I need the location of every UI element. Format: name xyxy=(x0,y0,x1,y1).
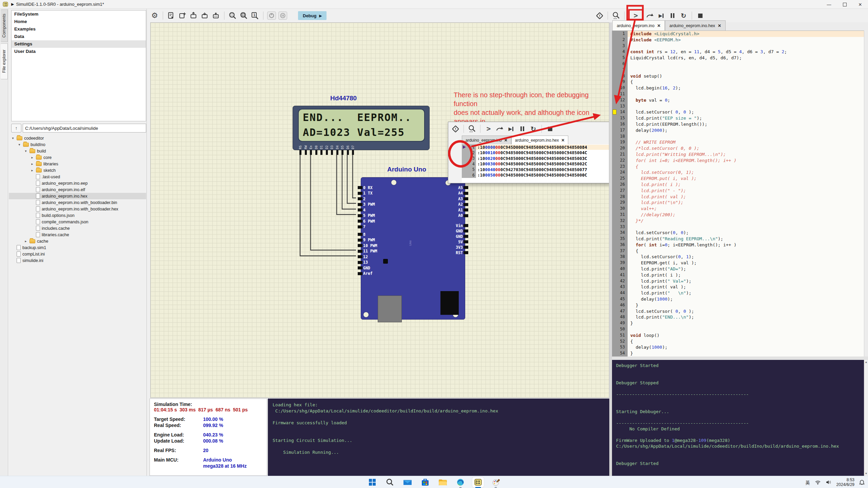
lcd-pin[interactable] xyxy=(352,150,354,155)
code-line[interactable]: 24 lcd.setCursor(0, 1); xyxy=(612,169,864,176)
tree-item[interactable]: libraries.cache xyxy=(9,231,146,238)
tree-item[interactable]: ▾buildIno xyxy=(9,141,146,148)
maximize-button[interactable] xyxy=(837,0,852,9)
code-editor[interactable]: 1#include <LiquidCrystal.h>2#include <EE… xyxy=(612,30,864,357)
code-line[interactable]: 28 lcd.print( val ); xyxy=(612,194,864,200)
hex-line[interactable]: 5:100040000C9427030C9485000C9485000C9485… xyxy=(462,167,609,172)
arduino-pin-12[interactable]: 12 xyxy=(363,254,368,259)
editor-scrollbar[interactable] xyxy=(864,30,868,357)
hex-line[interactable]: 2:100010000C9485000C9485000C9485000C9485… xyxy=(462,150,609,156)
zoom-fit-icon[interactable] xyxy=(239,11,248,20)
arduino-pin-a4[interactable]: A4 xyxy=(458,191,463,196)
debug-info-icon[interactable]: ! xyxy=(451,124,460,133)
step-over-icon[interactable] xyxy=(646,11,654,20)
arduino-pin-7[interactable]: 7 xyxy=(363,224,366,229)
code-line[interactable]: 46 } xyxy=(612,302,864,308)
arduino-pin-a0[interactable]: A0 xyxy=(458,213,463,218)
arduino-pin-gnd[interactable]: GND xyxy=(456,228,463,233)
arduino-pin-a5[interactable]: A5 xyxy=(458,185,463,190)
code-line[interactable]: 21 lcd.print("Writting EEPROM...\n"); xyxy=(612,151,864,158)
start-button[interactable] xyxy=(367,477,378,487)
filesystem-item-data[interactable]: Data xyxy=(12,33,146,40)
editor-tab-hex[interactable]: arduino_eeprom.ino.hex✕ xyxy=(665,20,726,30)
pause-icon[interactable] xyxy=(668,11,677,20)
lcd-pin[interactable] xyxy=(310,150,312,155)
hex-line[interactable]: 4:100030000C9485000C9485000C9485000C9485… xyxy=(462,161,609,167)
tree-item[interactable]: ▸sketch xyxy=(9,167,146,174)
hex-line[interactable]: 3:100020000C9485000C9485000C9485000C9485… xyxy=(462,156,609,161)
filesystem-item-filesystem[interactable]: FileSystem xyxy=(12,11,146,18)
lcd-pin[interactable] xyxy=(315,150,317,155)
code-line[interactable]: 2#include <EEPROM.h> xyxy=(612,37,864,43)
code-line[interactable]: 26 lcd.print( i ); xyxy=(612,182,864,188)
arduino-pin-9-pwm[interactable]: 9 PWM xyxy=(363,238,375,243)
tree-item[interactable]: includes.cache xyxy=(9,225,146,231)
tab-components[interactable]: Components xyxy=(1,9,8,42)
save-circuit-icon[interactable] xyxy=(200,11,209,20)
load-circuit-icon[interactable] xyxy=(167,11,176,20)
floating-debug-window[interactable]: !>▶↻ arduino_eeprom.ino✕ arduino_eeprom.… xyxy=(448,122,609,183)
clock[interactable]: 8:53 2024/6/29 xyxy=(836,477,854,487)
tree-item[interactable]: ▸core xyxy=(9,154,146,161)
tree-item[interactable]: arduino_eeprom.ino.hex xyxy=(9,193,146,199)
arduino-pin-6-pwm[interactable]: 6 PWM xyxy=(363,219,375,224)
tree-item[interactable]: build.options.json xyxy=(9,212,146,219)
arduino-uno-component[interactable]: Uno 0 RX1 TX23 PWM45 PWM6 PWM789 PWM10 P… xyxy=(361,177,465,320)
power-circuit-button[interactable] xyxy=(267,12,276,20)
code-line[interactable]: 15 lcd.print("EEP size = "); xyxy=(612,115,864,121)
code-line[interactable]: 45 delay(1000); xyxy=(612,296,864,302)
paint-icon[interactable] xyxy=(490,477,501,487)
code-line[interactable]: 12 byte val = 0; xyxy=(612,97,864,103)
arduino-pin-a2[interactable]: A2 xyxy=(458,202,463,207)
code-line[interactable]: 44 lcd.print(" \n"); xyxy=(612,290,864,296)
arduino-pin-5-pwm[interactable]: 5 PWM xyxy=(363,213,375,218)
lcd-pin[interactable] xyxy=(326,150,328,155)
find-icon[interactable] xyxy=(468,124,476,133)
tree-item[interactable]: ▾build xyxy=(9,148,146,154)
code-line[interactable]: 48 lcd.print("END...\n"); xyxy=(612,314,864,320)
editor-tab-ino[interactable]: arduino_eeprom.ino✕ xyxy=(612,20,665,30)
lcd-component[interactable]: END... EEPROM.. AD=1023 Val=255 RSRWEnD0… xyxy=(293,106,430,150)
code-line[interactable]: 17 delay(2000); xyxy=(612,127,864,134)
reset-icon[interactable]: ↻ xyxy=(529,124,538,133)
editor-console-splitter[interactable] xyxy=(612,357,868,360)
floating-tab-hex[interactable]: arduino_eeprom.ino.hex✕ xyxy=(511,136,568,144)
arduino-pin-0-rx[interactable]: 0 RX xyxy=(363,185,373,190)
arduino-pin-11-pwm[interactable]: 11 PWM xyxy=(363,249,377,254)
tree-item[interactable]: ▸libraries xyxy=(9,161,146,167)
tree-item[interactable]: .last-used xyxy=(9,174,146,180)
arduino-pin-10-pwm[interactable]: 10 PWM xyxy=(363,243,377,248)
arduino-pin-vin[interactable]: Vin xyxy=(456,223,463,228)
notification-bell-icon[interactable] xyxy=(859,480,865,485)
code-line[interactable]: 39 EEPROM.get( i, val ); xyxy=(612,260,864,266)
tree-item[interactable]: ▸cache xyxy=(9,238,146,244)
volume-icon[interactable] xyxy=(826,480,832,485)
code-line[interactable]: 23 { xyxy=(612,164,864,170)
code-line[interactable]: 30 val++; xyxy=(612,206,864,212)
arduino-pin-rst[interactable]: RST xyxy=(456,250,463,255)
zoom-selected-icon[interactable] xyxy=(228,11,237,20)
arduino-pin-8[interactable]: 8 xyxy=(363,232,366,237)
code-line[interactable]: 14 lcd.setCursor( 0, 0 ); xyxy=(612,109,864,115)
code-line[interactable]: 8void setup() xyxy=(612,73,864,79)
debug-info-icon[interactable]: ! xyxy=(595,11,604,20)
floating-tab-ino[interactable]: arduino_eeprom.ino✕ xyxy=(462,136,511,144)
console-scrollbar[interactable]: ▲▼ xyxy=(864,360,868,476)
arduino-pin-3v3[interactable]: 3V3 xyxy=(456,245,463,250)
lcd-pin[interactable] xyxy=(320,150,322,155)
code-line[interactable]: 42 lcd.print(" Val="); xyxy=(612,278,864,284)
code-line[interactable]: 31 //delay(200); xyxy=(612,212,864,218)
code-line[interactable]: 22 for( int i=0; i<EEPROM.length(); i++ … xyxy=(612,158,864,164)
hex-line[interactable]: 6:100050000C9485000C9485000C9485000C9485… xyxy=(462,172,609,178)
code-line[interactable]: 43 lcd.print( val ); xyxy=(612,284,864,290)
code-line[interactable]: 37 { xyxy=(612,248,864,254)
filesystem-item-user-data[interactable]: User Data xyxy=(12,48,146,55)
path-input[interactable]: C:/Users/shg/AppData/Local/simulide xyxy=(23,124,146,133)
code-line[interactable]: 10 lcd.begin(16, 2); xyxy=(612,85,864,91)
code-line[interactable]: 53 delay(1000); xyxy=(612,344,864,350)
lcd-pin[interactable] xyxy=(331,150,333,155)
arduino-pin-1-tx[interactable]: 1 TX xyxy=(363,191,373,196)
tree-item[interactable]: arduino_eeprom.ino.with_bootloader.bin xyxy=(9,199,146,206)
code-line[interactable]: 50 xyxy=(612,326,864,332)
file-explorer-icon[interactable] xyxy=(437,477,449,487)
